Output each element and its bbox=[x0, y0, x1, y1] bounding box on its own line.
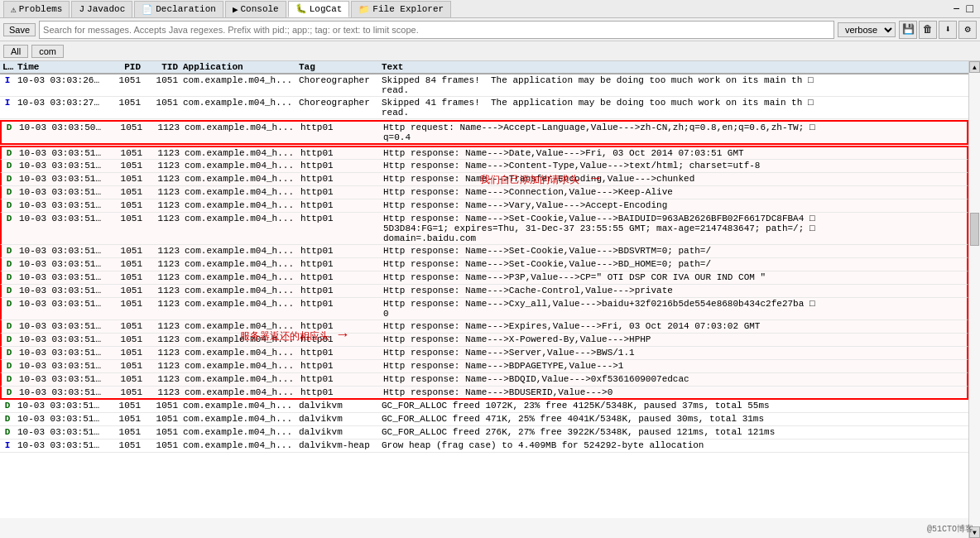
cell-text: Http request: Name--->Accept-Language,Va… bbox=[381, 122, 967, 143]
toolbar-icons: 💾 🗑 ⬇ ⚙ bbox=[899, 21, 977, 39]
save-icon-btn[interactable]: 💾 bbox=[899, 21, 917, 39]
cell-time: 10-03 03:03:51.486 bbox=[15, 400, 106, 411]
cell-level: D bbox=[2, 160, 17, 171]
cell-pid: 1051 bbox=[106, 400, 143, 411]
cell-tid: 1123 bbox=[145, 186, 182, 198]
cell-tag: http01 bbox=[298, 373, 381, 385]
cell-pid: 1051 bbox=[106, 426, 143, 438]
cell-time: 10-03 03:03:51.376 bbox=[17, 320, 108, 332]
table-row[interactable]: D 10-03 03:03:51.356 1051 1123 com.examp… bbox=[0, 146, 968, 160]
scroll-icon-btn[interactable]: ⬇ bbox=[939, 21, 957, 39]
verbose-select[interactable]: verbose debug info warn error bbox=[838, 22, 896, 37]
tab-problems[interactable]: ⚠ Problems bbox=[3, 1, 70, 17]
cell-app: com.example.m04_h... bbox=[180, 440, 296, 451]
cell-app: com.example.m04_h... bbox=[182, 334, 298, 345]
cell-tag: http01 bbox=[298, 186, 381, 198]
clear-icon-btn[interactable]: 🗑 bbox=[919, 21, 937, 39]
cell-text: Http response: Name--->Server,Value--->B… bbox=[381, 347, 967, 358]
cell-level: D bbox=[2, 122, 17, 133]
scroll-up-btn[interactable]: ▲ bbox=[969, 61, 980, 73]
table-row[interactable]: D 10-03 03:03:51.376 1051 1123 com.examp… bbox=[0, 173, 968, 186]
cell-tid: 1123 bbox=[145, 347, 182, 358]
filter-com-button[interactable]: com bbox=[31, 45, 64, 58]
cell-text: Http response: Name--->Transfer-Encoding… bbox=[381, 173, 967, 185]
table-row[interactable]: D 10-03 03:03:51.376 1051 1123 com.examp… bbox=[0, 285, 968, 298]
cell-tag: http01 bbox=[298, 285, 381, 296]
table-row[interactable]: D 10-03 03:03:51.376 1051 1123 com.examp… bbox=[0, 373, 968, 387]
table-row[interactable]: I 10-03 03:03:26.746 1051 1051 com.examp… bbox=[0, 74, 968, 97]
tab-fileexplorer-label: File Explorer bbox=[372, 4, 444, 14]
search-input[interactable] bbox=[43, 25, 830, 35]
table-row[interactable]: D 10-03 03:03:51.376 1051 1123 com.examp… bbox=[0, 258, 968, 271]
declaration-icon: 📄 bbox=[142, 4, 153, 15]
table-row[interactable]: D 10-03 03:03:51.376 1051 1123 com.examp… bbox=[0, 213, 968, 245]
log-container[interactable]: Level Time PID TID Application Tag Text … bbox=[0, 61, 968, 518]
save-button[interactable]: Save bbox=[3, 23, 36, 36]
cell-tag: dalvikvm bbox=[296, 400, 379, 411]
cell-app: com.example.m04_h... bbox=[182, 298, 298, 310]
cell-time: 10-03 03:03:27.176 bbox=[15, 97, 106, 108]
table-row[interactable]: D 10-03 03:03:51.376 1051 1123 com.examp… bbox=[0, 387, 968, 400]
cell-time: 10-03 03:03:51.376 bbox=[17, 334, 108, 345]
filter-all-button[interactable]: All bbox=[3, 45, 28, 58]
table-row[interactable]: D 10-03 03:03:51.376 1051 1123 com.examp… bbox=[0, 298, 968, 320]
search-bar bbox=[39, 21, 834, 39]
cell-tid: 1123 bbox=[145, 360, 182, 372]
table-row[interactable]: D 10-03 03:03:50.996 1051 1123 com.examp… bbox=[0, 120, 968, 145]
cell-text: Http response: Name--->BDPAGETYPE,Value-… bbox=[381, 360, 967, 372]
table-row[interactable]: I 10-03 03:03:27.176 1051 1051 com.examp… bbox=[0, 97, 968, 119]
cell-pid: 1051 bbox=[108, 213, 145, 224]
vertical-scrollbar[interactable]: ▲ ▼ bbox=[968, 61, 980, 538]
cell-tag: http01 bbox=[298, 245, 381, 257]
fileexplorer-icon: 📁 bbox=[358, 4, 370, 15]
minimize-icon[interactable]: − bbox=[949, 2, 963, 16]
cell-time: 10-03 03:03:51.376 bbox=[17, 285, 108, 296]
maximize-icon[interactable]: □ bbox=[963, 2, 977, 16]
cell-tid: 1123 bbox=[145, 213, 182, 224]
cell-level: D bbox=[2, 360, 17, 372]
logcat-icon: 🐛 bbox=[295, 3, 307, 14]
table-row[interactable]: D 10-03 03:03:51.376 1051 1123 com.examp… bbox=[0, 186, 968, 199]
cell-text: Http response: Name--->Date,Value--->Fri… bbox=[381, 147, 967, 159]
tab-javadoc[interactable]: J Javadoc bbox=[71, 1, 132, 17]
cell-level: D bbox=[0, 413, 15, 425]
tab-declaration-label: Declaration bbox=[156, 4, 216, 14]
table-row[interactable]: D 10-03 03:03:51.376 1051 1123 com.examp… bbox=[0, 245, 968, 258]
cell-app: com.example.m04_h... bbox=[182, 147, 298, 159]
tab-declaration[interactable]: 📄 Declaration bbox=[134, 1, 223, 17]
scroll-down-btn[interactable]: ▼ bbox=[969, 526, 980, 538]
col-header-level: Level bbox=[0, 61, 15, 73]
tab-fileexplorer[interactable]: 📁 File Explorer bbox=[351, 1, 451, 17]
table-row[interactable]: D 10-03 03:03:51.376 1051 1123 com.examp… bbox=[0, 199, 968, 213]
table-row[interactable]: D 10-03 03:03:51.686 1051 1051 com.examp… bbox=[0, 426, 968, 440]
tab-logcat[interactable]: 🐛 LogCat bbox=[288, 1, 350, 17]
cell-tag: http01 bbox=[298, 122, 381, 133]
table-row[interactable]: D 10-03 03:03:51.376 1051 1123 com.examp… bbox=[0, 334, 968, 347]
cell-pid: 1051 bbox=[108, 360, 145, 372]
table-row[interactable]: D 10-03 03:03:51.376 1051 1123 com.examp… bbox=[0, 271, 968, 285]
cell-text: Http response: Name--->Vary,Value--->Acc… bbox=[381, 199, 967, 211]
table-row[interactable]: D 10-03 03:03:51.376 1051 1123 com.examp… bbox=[0, 360, 968, 373]
settings-icon-btn[interactable]: ⚙ bbox=[958, 21, 977, 39]
table-row[interactable]: D 10-03 03:03:51.376 1051 1123 com.examp… bbox=[0, 347, 968, 360]
cell-tid: 1123 bbox=[145, 298, 182, 310]
tab-console[interactable]: ▶ Console bbox=[225, 1, 286, 17]
toolbar: Save verbose debug info warn error 💾 🗑 ⬇… bbox=[0, 18, 980, 41]
cell-text: Http response: Name--->Set-Cookie,Value-… bbox=[381, 245, 967, 257]
cell-time: 10-03 03:03:51.376 bbox=[17, 298, 108, 310]
tab-logcat-label: LogCat bbox=[310, 4, 343, 14]
cell-time: 10-03 03:03:51.376 bbox=[17, 387, 108, 398]
scroll-thumb[interactable] bbox=[970, 213, 979, 246]
cell-tid: 1123 bbox=[145, 285, 182, 296]
cell-level: D bbox=[2, 298, 17, 310]
table-row[interactable]: D 10-03 03:03:51.486 1051 1051 com.examp… bbox=[0, 400, 968, 413]
table-row[interactable]: D 10-03 03:03:51.376 1051 1123 com.examp… bbox=[0, 320, 968, 334]
cell-tid: 1051 bbox=[143, 97, 180, 108]
cell-text: Http response: Name--->Cxy_all,Value--->… bbox=[381, 298, 967, 319]
cell-pid: 1051 bbox=[108, 298, 145, 310]
cell-tag: http01 bbox=[298, 320, 381, 332]
cell-tid: 1123 bbox=[145, 199, 182, 211]
table-row[interactable]: D 10-03 03:03:51.556 1051 1051 com.examp… bbox=[0, 413, 968, 426]
table-row[interactable]: I 10-03 03:03:51.686 1051 1051 com.examp… bbox=[0, 440, 968, 453]
table-row[interactable]: D 10-03 03:03:51.366 1051 1123 com.examp… bbox=[0, 160, 968, 173]
